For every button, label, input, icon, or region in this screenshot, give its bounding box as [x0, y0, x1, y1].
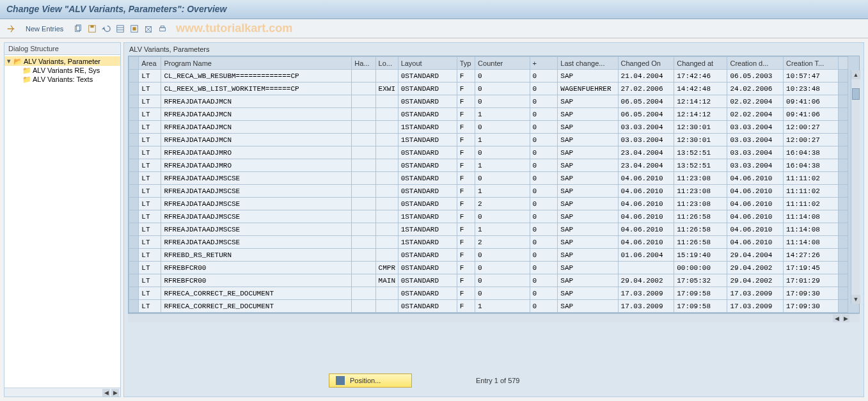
cell[interactable]: SAP: [558, 146, 618, 159]
grid-horizontal-scrollbar[interactable]: ◀ ▶: [128, 313, 860, 322]
cell[interactable]: [352, 198, 375, 210]
cell[interactable]: LT: [139, 134, 161, 146]
row-marker[interactable]: [129, 83, 139, 95]
cell[interactable]: LT: [139, 172, 161, 185]
cell[interactable]: 1STANDARD: [398, 223, 457, 236]
table-row[interactable]: LTRFRECA_CORRECT_RE_DOCUMENT0STANDARDF10…: [129, 300, 848, 313]
cell[interactable]: 17.03.2009: [618, 287, 674, 300]
cell[interactable]: RFREBFCR00: [161, 262, 352, 274]
cell[interactable]: [352, 159, 375, 172]
cell[interactable]: 02.02.2004: [727, 95, 784, 108]
cell[interactable]: 29.04.2002: [727, 274, 784, 287]
cell[interactable]: 03.03.2004: [727, 121, 784, 134]
cell[interactable]: 0: [530, 121, 558, 134]
cell[interactable]: [352, 274, 375, 287]
row-marker[interactable]: [129, 287, 139, 300]
cell[interactable]: 06.05.2004: [618, 108, 674, 121]
cell[interactable]: RFREAJDATAADJMSCSE: [161, 172, 352, 185]
save-icon[interactable]: [86, 23, 98, 35]
table-row[interactable]: LTRFREAJDATAADJMCN1STANDARDF00SAP03.03.2…: [129, 121, 848, 134]
cell[interactable]: 02.02.2004: [727, 108, 784, 121]
row-marker[interactable]: [129, 249, 139, 262]
table-row[interactable]: LTRFREBFCR00CMPR0STANDARDF00SAP00:00:002…: [129, 262, 848, 274]
cell[interactable]: 0: [530, 210, 558, 223]
table-row[interactable]: LTRFREAJDATAADJMSCSE0STANDARDF10SAP04.06…: [129, 185, 848, 198]
cell[interactable]: LT: [139, 121, 161, 134]
cell[interactable]: 11:14:08: [784, 223, 838, 236]
cell[interactable]: 0STANDARD: [398, 70, 457, 83]
cell[interactable]: [375, 95, 398, 108]
cell[interactable]: 0: [475, 262, 530, 274]
cell[interactable]: 0: [475, 70, 530, 83]
cell[interactable]: 13:52:51: [674, 146, 727, 159]
cell[interactable]: 11:14:08: [784, 210, 838, 223]
cell[interactable]: 17:09:30: [784, 300, 838, 313]
cell[interactable]: 17:09:58: [674, 300, 727, 313]
cell[interactable]: 0STANDARD: [398, 95, 457, 108]
table-row[interactable]: LTRFREAJDATAADJMCN0STANDARDF00SAP06.05.2…: [129, 95, 848, 108]
cell[interactable]: 11:23:08: [674, 185, 727, 198]
cell[interactable]: F: [457, 83, 475, 95]
cell[interactable]: 15:19:40: [674, 249, 727, 262]
cell[interactable]: 0: [530, 236, 558, 249]
col-changed-on[interactable]: Changed On: [618, 57, 674, 70]
row-marker[interactable]: [129, 95, 139, 108]
grid-vertical-scrollbar[interactable]: ▲ ▼: [851, 70, 860, 304]
cell[interactable]: 03.03.2004: [727, 159, 784, 172]
row-marker[interactable]: [129, 70, 139, 83]
cell[interactable]: 0STANDARD: [398, 146, 457, 159]
cell[interactable]: 12:14:12: [674, 95, 727, 108]
cell[interactable]: [352, 287, 375, 300]
cell[interactable]: 24.02.2006: [727, 83, 784, 95]
cell[interactable]: 29.04.2002: [727, 262, 784, 274]
cell[interactable]: LT: [139, 83, 161, 95]
cell[interactable]: 03.03.2004: [618, 134, 674, 146]
cell[interactable]: 1STANDARD: [398, 121, 457, 134]
cell[interactable]: 00:00:00: [674, 262, 727, 274]
cell[interactable]: [352, 134, 375, 146]
cell[interactable]: 03.03.2004: [727, 134, 784, 146]
cell[interactable]: RFREAJDATAADJMCN: [161, 95, 352, 108]
new-entries-button[interactable]: New Entries: [22, 24, 67, 34]
cell[interactable]: LT: [139, 210, 161, 223]
cell[interactable]: LT: [139, 95, 161, 108]
cell[interactable]: RFREAJDATAADJMSCSE: [161, 210, 352, 223]
scroll-left-icon[interactable]: ◀: [833, 315, 840, 322]
cell[interactable]: SAP: [558, 223, 618, 236]
cell[interactable]: [352, 146, 375, 159]
cell[interactable]: MAIN: [375, 274, 398, 287]
row-marker[interactable]: [129, 121, 139, 134]
table-row[interactable]: LTRFREAJDATAADJMSCSE1STANDARDF10SAP04.06…: [129, 223, 848, 236]
cell[interactable]: 17:09:30: [784, 287, 838, 300]
cell[interactable]: 1STANDARD: [398, 210, 457, 223]
cell[interactable]: F: [457, 262, 475, 274]
cell[interactable]: LT: [139, 108, 161, 121]
cell[interactable]: [375, 198, 398, 210]
cell[interactable]: 11:23:08: [674, 172, 727, 185]
cell[interactable]: SAP: [558, 198, 618, 210]
cell[interactable]: LT: [139, 198, 161, 210]
cell[interactable]: F: [457, 108, 475, 121]
cell[interactable]: LT: [139, 146, 161, 159]
cell[interactable]: [352, 210, 375, 223]
cell[interactable]: 0STANDARD: [398, 83, 457, 95]
cell[interactable]: 04.06.2010: [618, 210, 674, 223]
cell[interactable]: 0: [530, 198, 558, 210]
cell[interactable]: 0: [530, 95, 558, 108]
cell[interactable]: F: [457, 287, 475, 300]
cell[interactable]: 09:41:06: [784, 95, 838, 108]
row-marker[interactable]: [129, 185, 139, 198]
col-typ[interactable]: Typ: [457, 57, 475, 70]
cell[interactable]: SAP: [558, 300, 618, 313]
cell[interactable]: 0: [530, 83, 558, 95]
cell[interactable]: F: [457, 274, 475, 287]
cell[interactable]: 01.06.2004: [618, 249, 674, 262]
cell[interactable]: 04.06.2010: [618, 198, 674, 210]
col-last-change[interactable]: Last change...: [558, 57, 618, 70]
table-row[interactable]: LTRFREBFCR00MAIN0STANDARDF00SAP29.04.200…: [129, 274, 848, 287]
cell[interactable]: 0: [530, 262, 558, 274]
cell[interactable]: 0STANDARD: [398, 249, 457, 262]
cell[interactable]: F: [457, 121, 475, 134]
cell[interactable]: 11:26:58: [674, 223, 727, 236]
cell[interactable]: 10:23:48: [784, 83, 838, 95]
